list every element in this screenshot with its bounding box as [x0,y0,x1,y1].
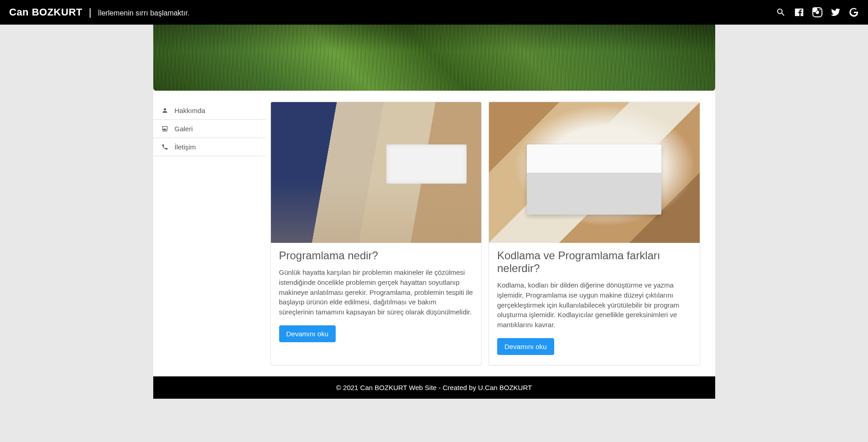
search-icon[interactable] [776,7,786,17]
twitter-icon[interactable] [831,7,841,17]
read-more-button[interactable]: Devamını oku [279,325,336,342]
read-more-button[interactable]: Devamını oku [497,338,554,355]
user-icon [161,107,168,114]
page-wrap: Hakkımda Galeri İletişim Programlama ned… [0,25,868,399]
footer-text: © 2021 Can BOZKURT Web Site - Created by… [336,384,532,391]
page-footer: © 2021 Can BOZKURT Web Site - Created by… [153,376,715,399]
gallery-icon [161,125,168,132]
sidebar: Hakkımda Galeri İletişim [153,102,266,156]
top-header: Can BOZKURT | İlerlemenin sırrı başlamak… [0,0,868,25]
site-title[interactable]: Can BOZKURT [9,6,83,18]
sidebar-item-contact[interactable]: İletişim [153,138,266,156]
main-container: Hakkımda Galeri İletişim Programlama ned… [153,25,715,399]
site-tagline: İlerlemenin sırrı başlamaktır. [98,9,189,17]
card-image [271,102,482,243]
card-text: Kodlama, kodları bir dilden diğerine dön… [497,280,691,330]
instagram-icon[interactable] [812,7,822,17]
sidebar-item-gallery[interactable]: Galeri [153,120,266,138]
card-text: Günlük hayatta karşılan bir problemin ma… [279,267,473,317]
card-title: Programlama nedir? [279,249,473,262]
cards-grid: Programlama nedir? Günlük hayatta karşıl… [270,102,715,365]
phone-icon [161,144,168,150]
header-left: Can BOZKURT | İlerlemenin sırrı başlamak… [9,6,189,18]
content-area: Hakkımda Galeri İletişim Programlama ned… [153,91,715,376]
card-body: Programlama nedir? Günlük hayatta karşıl… [271,243,482,352]
site-divider: | [89,6,92,18]
facebook-icon[interactable] [794,7,804,17]
card-programlama: Programlama nedir? Günlük hayatta karşıl… [270,102,482,365]
header-icons [776,7,859,17]
card-title: Kodlama ve Programlama farkları nelerdir… [497,249,691,275]
sidebar-item-label: Galeri [175,125,193,133]
card-body: Kodlama ve Programlama farkları nelerdir… [489,243,700,365]
card-kodlama: Kodlama ve Programlama farkları nelerdir… [489,102,700,365]
google-icon[interactable] [849,7,859,17]
card-image [489,102,700,243]
sidebar-item-label: Hakkımda [175,107,206,114]
sidebar-item-about[interactable]: Hakkımda [153,102,266,120]
sidebar-item-label: İletişim [175,143,196,151]
hero-banner [153,25,715,91]
